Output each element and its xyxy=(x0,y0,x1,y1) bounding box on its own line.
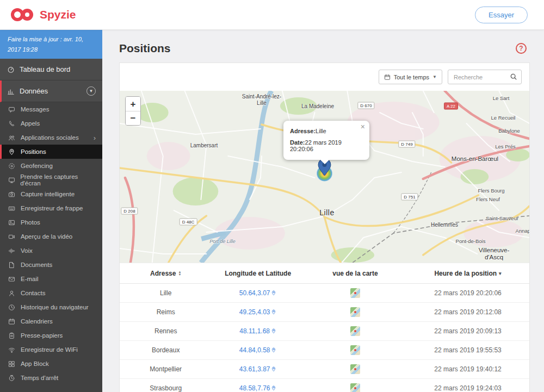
sidebar-item-label: App Block xyxy=(21,360,49,367)
top-bar: Spyzie Essayer xyxy=(0,0,544,30)
sidebar-item-voix[interactable]: Voix xyxy=(0,244,102,258)
sidebar-item-positions[interactable]: Positions xyxy=(0,145,102,159)
sidebar-item-label: E-mail xyxy=(21,276,39,282)
cell-time: 22 mars 2019 20:20:06 xyxy=(406,289,529,297)
table-row: Rennes48.11,1.6822 mars 2019 20:09:13 xyxy=(120,322,529,341)
map-thumbnail[interactable] xyxy=(350,307,360,317)
voice-icon xyxy=(8,247,16,254)
table-row: Reims49.25,4.0322 mars 2019 20:12:08 xyxy=(120,303,529,322)
zoom-in-button[interactable]: + xyxy=(126,97,140,111)
coordinates-link[interactable]: 50.64,3.07 xyxy=(239,289,277,297)
location-pin-icon xyxy=(271,290,276,296)
table-row: Lille50.64,3.0722 mars 2019 20:20:06 xyxy=(120,284,529,303)
calendar-icon xyxy=(8,318,16,325)
sidebar-item-geofencing[interactable]: Geofencing xyxy=(0,159,102,173)
cell-address: Lille xyxy=(120,289,212,297)
sidebar-item-capture-intelligente[interactable]: Capture intelligente xyxy=(0,187,102,201)
help-icon[interactable]: ? xyxy=(516,43,527,54)
sidebar-item-photos[interactable]: Photos xyxy=(0,215,102,229)
calendar-icon xyxy=(384,74,391,80)
update-notice: Faire la mise à jour : avr. 10, 2017 19:… xyxy=(0,30,102,59)
document-icon xyxy=(8,262,16,269)
sidebar-item-apercu-de-la-video[interactable]: Aperçu de la vidéo xyxy=(0,229,102,244)
map-canvas[interactable] xyxy=(120,91,529,263)
chevron-down-circle-icon[interactable]: ▼ xyxy=(86,86,96,96)
cell-time: 22 mars 2019 19:55:53 xyxy=(406,346,529,354)
cell-map-view xyxy=(304,307,406,317)
sidebar-item-contacts[interactable]: Contacts xyxy=(0,286,102,300)
zoom-control: + − xyxy=(125,96,141,126)
map-popup: × Adresse:Lille Date:22 mars 2019 20:20:… xyxy=(283,121,369,160)
cell-map-view xyxy=(304,383,406,392)
positions-table: Adresse ▲▼ Longitude et Latitude vue de … xyxy=(120,263,529,392)
brand-logo[interactable]: Spyzie xyxy=(10,7,76,23)
map[interactable]: Saint-André-lez-LilleLa MadeleineLambers… xyxy=(120,91,529,263)
sidebar-section-label: Tableau de bord xyxy=(20,65,70,73)
sidebar-item-prendre-les-captures-d-ecran[interactable]: Prendre les captures d'écran xyxy=(0,173,102,187)
cell-coordinates: 50.64,3.07 xyxy=(212,289,304,297)
sidebar-item-label: Enregistreur de WiFi xyxy=(21,346,78,353)
coordinates-link[interactable]: 49.25,4.03 xyxy=(239,308,277,316)
sidebar-item-calendriers[interactable]: Calendriers xyxy=(0,314,102,328)
chevron-down-icon: ▼ xyxy=(432,74,437,79)
spyzie-logo-icon xyxy=(10,7,35,23)
sidebar-item-documents[interactable]: Documents xyxy=(0,258,102,272)
coordinates-link[interactable]: 44.84,0.58 xyxy=(239,346,277,354)
screenshot-icon xyxy=(8,177,15,184)
sidebar-item-historique-du-navigateur[interactable]: Historique du navigateur xyxy=(0,300,102,314)
table-header-heure[interactable]: Heure de la position ▾ xyxy=(406,270,529,277)
map-thumbnail[interactable] xyxy=(350,345,360,355)
main-content: Positions ? Tout le temps ▼ xyxy=(102,30,544,392)
phone-icon xyxy=(8,120,16,127)
sidebar-item-applications-sociales[interactable]: Applications sociales› xyxy=(0,130,102,145)
try-button[interactable]: Essayer xyxy=(475,7,528,23)
time-filter-label: Tout le temps xyxy=(394,74,429,80)
coordinates-link[interactable]: 48.11,1.68 xyxy=(239,327,276,335)
message-icon xyxy=(8,106,16,113)
cell-address: Strasbourg xyxy=(120,384,212,392)
sidebar: Faire la mise à jour : avr. 10, 2017 19:… xyxy=(0,30,102,392)
cell-map-view xyxy=(304,326,406,336)
cell-time: 22 mars 2019 19:40:12 xyxy=(406,365,529,373)
cell-coordinates: 44.84,0.58 xyxy=(212,346,304,354)
cell-address: Bordeaux xyxy=(120,346,212,354)
sidebar-item-temps-d-arret[interactable]: Temps d'arrêt xyxy=(0,371,102,385)
app-block-icon xyxy=(8,360,16,368)
sidebar-item-label: Voix xyxy=(21,247,33,254)
zoom-out-button[interactable]: − xyxy=(126,111,140,125)
search-icon[interactable] xyxy=(510,73,517,83)
sidebar-item-presse-papiers[interactable]: Presse-papiers xyxy=(0,328,102,343)
cell-map-view xyxy=(304,345,406,355)
header-label: Heure de la position xyxy=(434,270,497,277)
map-thumbnail[interactable] xyxy=(350,383,360,392)
coordinates-link[interactable]: 43.61,3.87 xyxy=(239,365,277,373)
cell-address: Montpellier xyxy=(120,365,212,373)
location-pin-icon xyxy=(271,366,276,372)
wifi-icon xyxy=(8,346,16,353)
cell-coordinates: 49.25,4.03 xyxy=(212,308,304,316)
sidebar-item-enregistreur-de-frappe[interactable]: Enregistreur de frappe xyxy=(0,201,102,215)
sidebar-item-app-block[interactable]: App Block xyxy=(0,357,102,371)
time-filter-dropdown[interactable]: Tout le temps ▼ xyxy=(379,70,442,84)
clipboard-icon xyxy=(8,332,16,339)
cell-time: 22 mars 2019 20:12:08 xyxy=(406,308,529,316)
sidebar-item-tableau-de-bord[interactable]: Tableau de bord xyxy=(0,59,102,80)
table-header-vue-carte: vue de la carte xyxy=(304,270,406,277)
map-thumbnail[interactable] xyxy=(350,288,360,298)
sidebar-item-enregistreur-de-wifi[interactable]: Enregistreur de WiFi xyxy=(0,343,102,357)
table-header-adresse[interactable]: Adresse ▲▼ xyxy=(120,270,212,277)
popup-close-icon[interactable]: × xyxy=(361,123,365,130)
map-thumbnail[interactable] xyxy=(350,364,360,374)
sidebar-item-e-mail[interactable]: E-mail xyxy=(0,272,102,286)
sidebar-item-label: Appels xyxy=(21,120,40,127)
cell-map-view xyxy=(304,288,406,298)
sidebar-item-messages[interactable]: Messages xyxy=(0,102,102,116)
sidebar-item-appels[interactable]: Appels xyxy=(0,116,102,130)
bar-chart-icon xyxy=(7,88,15,95)
chevron-right-icon: › xyxy=(94,134,96,142)
location-pin-icon xyxy=(271,347,276,353)
header-label: Adresse xyxy=(150,270,176,277)
sidebar-item-donnees[interactable]: Données ▼ xyxy=(0,80,102,102)
coordinates-link[interactable]: 48.58,7.76 xyxy=(239,384,277,392)
map-thumbnail[interactable] xyxy=(350,326,360,336)
